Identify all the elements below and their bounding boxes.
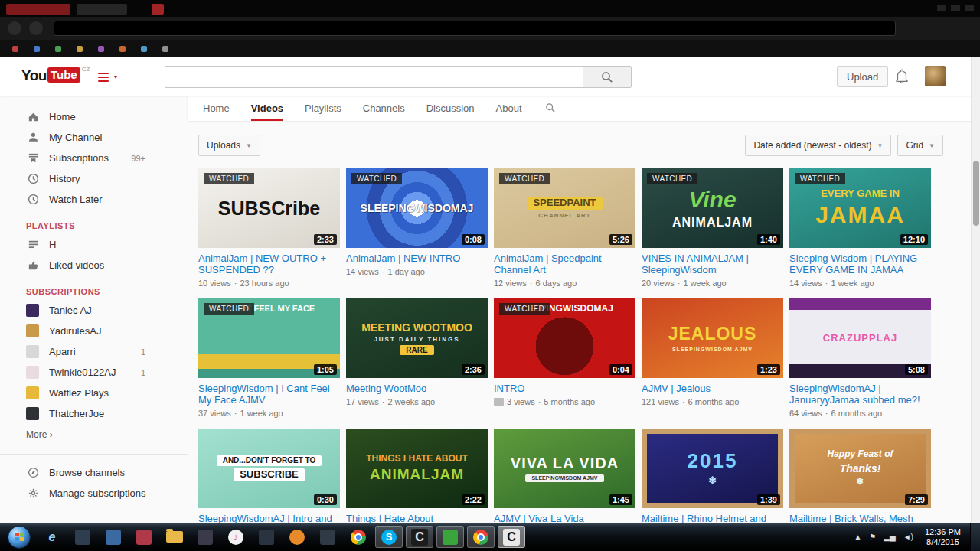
taskbar-itunes[interactable]: ♪ — [222, 526, 250, 548]
bookmark-favicon[interactable] — [77, 46, 83, 52]
playlist-item-liked-videos[interactable]: Liked videos — [0, 255, 188, 276]
view-mode-dropdown[interactable]: Grid ▼ — [897, 135, 943, 156]
channel-search-icon[interactable] — [545, 96, 556, 121]
tab-about[interactable]: About — [496, 96, 522, 121]
taskbar-media-player-orange[interactable] — [283, 526, 311, 548]
video-title-link[interactable]: Meeting WootMoo — [346, 383, 488, 394]
subscription-item-wafflez-plays[interactable]: Wafflez Plays — [0, 383, 188, 403]
taskbar-camtasia-active[interactable]: C — [498, 526, 525, 548]
video-thumbnail[interactable]: CRAZUPPLAJ5:08 — [789, 298, 931, 378]
show-hidden-icons-icon[interactable]: ▲ — [854, 533, 861, 541]
video-thumbnail[interactable]: VineANIMALJAMWATCHED1:40 — [642, 168, 783, 248]
sidebar-item-home[interactable]: Home — [0, 106, 188, 127]
close-button[interactable] — [965, 5, 974, 11]
video-thumbnail[interactable]: JEALOUSSLEEPINGWISDOM AJMV1:23 — [642, 298, 783, 378]
video-title-link[interactable]: VINES IN ANIMALJAM | SleepingWisdom — [642, 253, 783, 276]
forward-button[interactable] — [29, 21, 43, 35]
browser-tab[interactable] — [6, 4, 70, 15]
video-thumbnail[interactable]: SLEEPINGWISDOMAJWATCHED0:04 — [494, 298, 635, 378]
video-title-link[interactable]: SleepingWisdom | I Cant Feel My Face AJM… — [198, 383, 340, 406]
video-title-link[interactable]: INTRO — [494, 383, 635, 394]
uploads-dropdown[interactable]: Uploads ▼ — [198, 135, 260, 156]
tab-channels[interactable]: Channels — [363, 96, 405, 121]
video-thumbnail[interactable]: EVERY GAME INJAMAAWATCHED12:10 — [789, 168, 931, 248]
taskbar-app-blue[interactable] — [100, 526, 127, 548]
sidebar-item-my-channel[interactable]: My Channel — [0, 127, 188, 148]
sidebar-more-button[interactable]: More › — [0, 424, 188, 445]
video-title-link[interactable]: AnimalJam | NEW INTRO — [346, 253, 488, 264]
video-thumbnail[interactable]: VIVA LA VIDASLEEPINGWISDOM AJMV1:45 — [494, 429, 635, 508]
volume-icon[interactable]: ◄) — [903, 533, 913, 541]
show-desktop-button[interactable] — [970, 523, 980, 551]
video-thumbnail[interactable]: I CANT FEEL MY FACEWATCHED1:05 — [198, 298, 340, 378]
page-scrollbar[interactable] — [971, 57, 980, 523]
subscription-item-yadirulesaj[interactable]: YadirulesAJ — [0, 321, 188, 341]
video-thumbnail[interactable]: MEETING WOOTMOOJUST DAILY THINGSRARE2:36 — [346, 298, 488, 378]
video-title-link[interactable]: Mailtime | Brick Walls, Mesh — [789, 513, 931, 523]
bookmark-favicon[interactable] — [119, 46, 126, 52]
taskbar-skype[interactable]: S — [375, 526, 403, 548]
subscription-item-thatcherjoe[interactable]: ThatcherJoe — [0, 403, 188, 424]
tab-videos[interactable]: Videos — [251, 96, 283, 121]
video-title-link[interactable]: SleepingWisdomAJ | JanuaryyJamaa subbed … — [789, 383, 931, 406]
back-button[interactable] — [8, 21, 21, 35]
maximize-button[interactable] — [951, 5, 960, 11]
search-input[interactable] — [165, 66, 583, 88]
taskbar-app-dark-1[interactable] — [69, 526, 96, 548]
sidebar-item-browse-channels[interactable]: Browse channels — [0, 462, 188, 483]
guide-menu-icon[interactable]: ▾ — [98, 70, 109, 84]
tab-discussion[interactable]: Discussion — [426, 96, 475, 121]
bookmark-favicon[interactable] — [98, 46, 104, 52]
minimize-button[interactable] — [937, 5, 946, 11]
bookmark-favicon[interactable] — [141, 46, 147, 52]
video-thumbnail[interactable]: SPEEDPAINTCHANNEL ARTWATCHED5:26 — [494, 168, 635, 248]
playlist-item-h[interactable]: H — [0, 234, 188, 255]
taskbar-windows-explorer[interactable] — [161, 526, 188, 548]
video-thumbnail[interactable]: THINGS I HATE ABOUTANIMALJAM2:22 — [346, 429, 488, 508]
bookmark-favicon[interactable] — [162, 46, 168, 52]
upload-button[interactable]: Upload — [837, 66, 888, 87]
taskbar-app-dark-3[interactable] — [253, 526, 280, 548]
user-avatar[interactable] — [925, 66, 946, 86]
video-title-link[interactable]: AnimalJam | Speedpaint Channel Art — [494, 253, 635, 276]
action-center-flag-icon[interactable]: ⚑ — [869, 533, 876, 541]
video-title-link[interactable]: AJMV | Viva La Vida — [494, 513, 635, 523]
video-title-link[interactable]: SleepingWisdomAJ | Intro and — [198, 513, 340, 523]
notifications-bell-icon[interactable] — [894, 68, 910, 88]
video-title-link[interactable]: AnimalJam | NEW OUTRO + SUSPENDED ?? — [198, 253, 340, 276]
subscription-item-aparri[interactable]: Aparri1 — [0, 341, 188, 362]
sidebar-item-history[interactable]: History — [0, 168, 188, 189]
taskbar-clock[interactable]: 12:36 PM 8/4/2015 — [925, 527, 961, 547]
subscription-item-taniec-aj[interactable]: Taniec AJ — [0, 300, 188, 321]
sidebar-item-subscriptions[interactable]: Subscriptions99+ — [0, 148, 188, 168]
youtube-logo[interactable]: You Tube CZ — [21, 67, 90, 84]
sidebar-item-watch-later[interactable]: Watch Later — [0, 189, 188, 210]
video-title-link[interactable]: Mailtime | Rhino Helmet and — [642, 513, 783, 523]
scrollbar-thumb[interactable] — [973, 161, 979, 226]
video-thumbnail[interactable]: AND...DON'T FORGET TOSUBSCRIBE0:30 — [198, 429, 340, 508]
taskbar-chrome[interactable] — [345, 526, 372, 548]
taskbar-camtasia[interactable]: C — [406, 526, 433, 548]
browser-tab[interactable] — [77, 4, 127, 15]
video-title-link[interactable]: Sleeping Wisdom | PLAYING EVERY GAME IN … — [789, 253, 931, 276]
bookmark-favicon[interactable] — [34, 46, 40, 52]
bookmark-favicon[interactable] — [12, 46, 18, 52]
taskbar-app-dark-2[interactable] — [191, 526, 219, 548]
video-thumbnail[interactable]: SUBSCribeWATCHED2:33 — [198, 168, 340, 248]
search-button[interactable] — [583, 66, 632, 88]
tab-home[interactable]: Home — [203, 96, 230, 121]
taskbar-app-red[interactable] — [130, 526, 158, 548]
sort-dropdown[interactable]: Date added (newest - oldest) ▼ — [745, 135, 891, 156]
subscription-item-twinkle0122aj[interactable]: Twinkle0122AJ1 — [0, 362, 188, 383]
video-title-link[interactable]: Things I Hate About — [346, 513, 488, 523]
video-title-link[interactable]: AJMV | Jealous — [642, 383, 783, 394]
start-button[interactable] — [8, 526, 31, 549]
sidebar-item-manage-subscriptions[interactable]: Manage subscriptions — [0, 483, 188, 504]
video-thumbnail[interactable]: Happy Feast ofThanks!❄7:29 — [789, 429, 931, 508]
browser-tab[interactable] — [152, 4, 164, 15]
address-bar[interactable] — [54, 21, 896, 36]
bookmark-favicon[interactable] — [55, 46, 61, 52]
network-icon[interactable]: ▂▅ — [884, 533, 895, 541]
taskbar-chrome-2[interactable] — [467, 526, 495, 548]
video-thumbnail[interactable]: SLEEPINGWISDOMAJWATCHED0:08 — [346, 168, 488, 248]
